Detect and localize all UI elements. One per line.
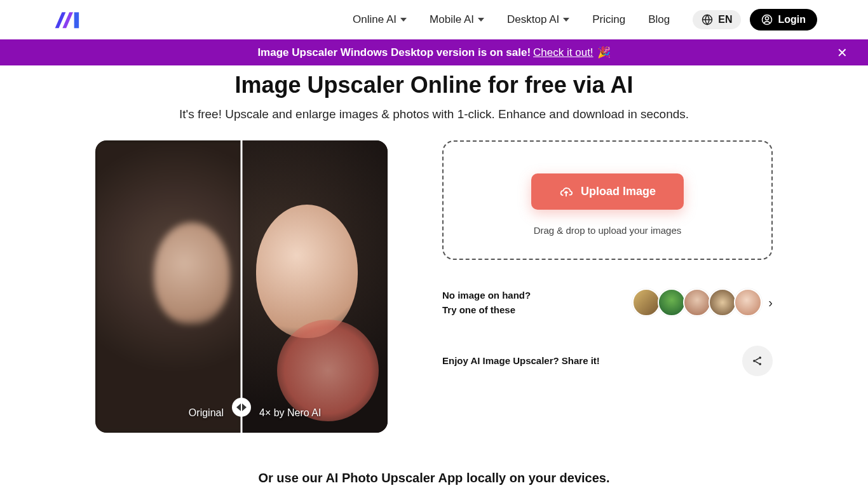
sample-image-5[interactable] [734, 288, 762, 316]
nav-blog-label: Blog [648, 13, 670, 26]
language-selector[interactable]: EN [693, 10, 741, 29]
sample-prompt-line2: Try one of these [442, 302, 531, 317]
nav-blog[interactable]: Blog [648, 13, 670, 26]
globe-icon [702, 14, 713, 25]
user-icon [761, 14, 773, 25]
upload-button[interactable]: Upload Image [531, 173, 684, 210]
svg-point-8 [759, 363, 761, 365]
nav-mobile-ai[interactable]: Mobile AI [430, 13, 484, 26]
header-right-group: EN Login [693, 9, 817, 30]
sample-image-1[interactable] [632, 288, 660, 316]
main-nav: Online AI Mobile AI Desktop AI Pricing B… [353, 9, 817, 30]
caret-down-icon [400, 18, 407, 22]
promo-emoji: 🎉 [597, 46, 611, 59]
svg-point-5 [766, 17, 769, 20]
upload-column: Upload Image Drag & drop to upload your … [442, 140, 773, 433]
comparison-enhanced-label: 4× by Nero AI [259, 407, 321, 419]
share-row: Enjoy AI Image Upscaler? Share it! [442, 346, 773, 376]
promo-text: Image Upscaler Windows Desktop version i… [257, 46, 531, 59]
sample-next-button[interactable]: › [768, 295, 773, 310]
promo-link[interactable]: Check it out! [533, 46, 593, 59]
nav-desktop-ai[interactable]: Desktop AI [507, 13, 569, 26]
comparison-original-label: Original [189, 407, 224, 419]
caret-down-icon [478, 18, 484, 22]
logo[interactable] [51, 10, 83, 29]
nav-online-ai[interactable]: Online AI [353, 13, 407, 26]
comparison-divider [241, 140, 243, 433]
nav-desktop-ai-label: Desktop AI [507, 13, 559, 26]
page-subtitle: It's free! Upscale and enlarge images & … [0, 107, 868, 121]
comparison-enhanced-pane [241, 140, 388, 433]
sample-image-4[interactable] [709, 288, 736, 316]
chevron-right-icon [242, 403, 247, 411]
language-label: EN [718, 14, 732, 25]
comparison-original-pane [95, 140, 241, 433]
svg-point-6 [753, 360, 756, 362]
sample-images-prompt: No image on hand? Try one of these [442, 288, 531, 318]
dropzone-hint: Drag & drop to upload your images [456, 225, 759, 236]
page-title: Image Upscaler Online for free via AI [0, 72, 868, 98]
sample-images-row: No image on hand? Try one of these › [442, 288, 773, 318]
share-button[interactable] [742, 346, 773, 376]
main-content: Original 4× by Nero AI Upload Image Drag… [0, 140, 868, 458]
header: Online AI Mobile AI Desktop AI Pricing B… [0, 0, 868, 39]
logo-icon [51, 10, 83, 29]
promo-close-button[interactable]: ✕ [837, 46, 848, 59]
share-prompt: Enjoy AI Image Upscaler? Share it! [442, 355, 600, 366]
sample-image-3[interactable] [683, 288, 711, 316]
nav-pricing[interactable]: Pricing [592, 13, 625, 26]
sample-image-2[interactable] [658, 288, 686, 316]
share-icon [751, 355, 764, 367]
local-app-prompt: Or use our AI Photo Upscaler App locally… [0, 458, 868, 488]
svg-rect-2 [74, 12, 79, 28]
upload-button-label: Upload Image [581, 185, 656, 198]
chevron-left-icon [236, 403, 241, 411]
promo-banner: Image Upscaler Windows Desktop version i… [0, 39, 868, 65]
login-button[interactable]: Login [750, 9, 817, 30]
upload-dropzone[interactable]: Upload Image Drag & drop to upload your … [442, 140, 773, 260]
login-label: Login [778, 14, 806, 25]
sample-images-list [632, 288, 762, 316]
nav-pricing-label: Pricing [592, 13, 625, 26]
nav-online-ai-label: Online AI [353, 13, 397, 26]
caret-down-icon [563, 18, 569, 22]
nav-mobile-ai-label: Mobile AI [430, 13, 474, 26]
svg-point-7 [759, 356, 761, 359]
sample-prompt-line1: No image on hand? [442, 288, 531, 302]
hero: Image Upscaler Online for free via AI It… [0, 65, 868, 140]
comparison-handle[interactable] [232, 398, 251, 417]
comparison-slider[interactable]: Original 4× by Nero AI [95, 140, 388, 433]
cloud-upload-icon [559, 186, 573, 198]
